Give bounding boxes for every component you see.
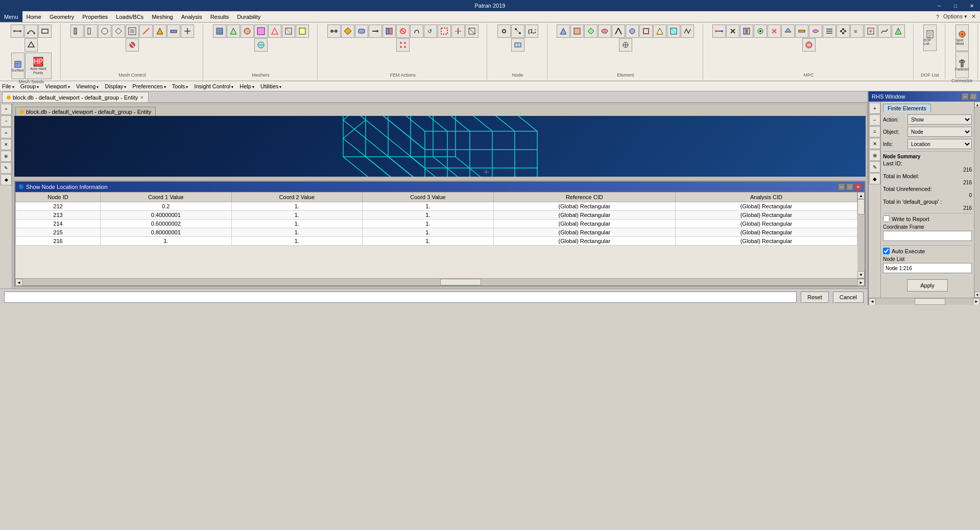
tb-mc-3[interactable] xyxy=(98,25,111,38)
tb-el-10[interactable] xyxy=(681,25,694,38)
tb-mpc-5[interactable] xyxy=(768,25,781,38)
left-strip-btn-6[interactable]: ✎ xyxy=(1,162,12,174)
minimize-button[interactable]: ─ xyxy=(931,0,947,11)
menu-item-durability[interactable]: Durability xyxy=(233,11,265,22)
rhs-apply-button[interactable]: Apply xyxy=(907,279,948,292)
left-strip-btn-4[interactable]: ✕ xyxy=(1,139,12,150)
rhs-bottom-scrollbar[interactable]: ◄ ► xyxy=(869,298,980,305)
tb-mpc-10[interactable] xyxy=(836,25,850,38)
menu-item-meshing[interactable]: Meshing xyxy=(148,11,177,22)
rhs-h-scroll-right[interactable]: ► xyxy=(973,298,980,305)
tb-mc-2[interactable] xyxy=(84,25,98,38)
tb-el-2[interactable] xyxy=(570,25,584,38)
table-row[interactable]: 215 0.80000001 1. 1. (Global) Rectangula… xyxy=(16,228,857,237)
tb-m-7[interactable] xyxy=(296,25,309,38)
tb-fe-7[interactable] xyxy=(410,25,423,38)
cancel-button[interactable]: Cancel xyxy=(833,292,864,303)
tb-m-5[interactable] xyxy=(268,25,281,38)
tb-m-3[interactable] xyxy=(241,25,254,38)
tb-fe-8[interactable]: ↺ xyxy=(424,25,437,38)
tb-mpc-15[interactable] xyxy=(802,38,816,52)
rhs-h-scroll-left[interactable]: ◄ xyxy=(869,298,876,305)
help-icon[interactable]: ? xyxy=(936,14,939,20)
sm-group[interactable]: Group xyxy=(20,83,39,89)
table-container[interactable]: Node ID Coord 1 Value Coord 2 Value Coor… xyxy=(15,192,857,278)
h-scroll-right[interactable]: ► xyxy=(857,279,865,286)
tb-m-8[interactable] xyxy=(254,38,268,52)
tb-mc-9[interactable] xyxy=(181,25,194,38)
menu-item-properties[interactable]: Properties xyxy=(78,11,112,22)
tb-el-4[interactable] xyxy=(598,25,611,38)
tb-fe-12[interactable] xyxy=(396,38,410,52)
tb-n-2[interactable] xyxy=(511,25,524,38)
tb-fe-3[interactable] xyxy=(355,25,368,38)
tb-mc-7[interactable] xyxy=(153,25,166,38)
tb-fe-4[interactable] xyxy=(369,25,382,38)
tb-el-5[interactable] xyxy=(612,25,625,38)
left-strip-btn-3[interactable]: = xyxy=(1,127,12,138)
table-v-scrollbar[interactable]: ▲ ▼ xyxy=(857,192,865,278)
menu-item-loadsbcs[interactable]: Loads/BCs xyxy=(112,11,148,22)
sm-help[interactable]: Help xyxy=(240,83,254,89)
tb-mc-6[interactable] xyxy=(139,25,153,38)
rhs-win-minimize[interactable]: ─ xyxy=(962,93,969,100)
tb-mpc-7[interactable] xyxy=(795,25,808,38)
sm-preferences[interactable]: Preferences xyxy=(132,83,165,89)
table-row[interactable]: 213 0.40000001 1. 1. (Global) Rectangula… xyxy=(16,211,857,220)
inner-tab[interactable]: block.db - default_viewport - default_gr… xyxy=(15,107,156,116)
reset-button[interactable]: Reset xyxy=(801,292,829,303)
sm-viewing[interactable]: Viewing xyxy=(76,83,99,89)
left-strip-btn-7[interactable]: ◆ xyxy=(1,174,12,185)
table-h-scrollbar[interactable]: ◄ ► xyxy=(15,278,865,285)
tb-fe-9[interactable] xyxy=(438,25,451,38)
menu-item-menu[interactable]: Menu xyxy=(0,11,22,22)
bottom-win-restore[interactable]: □ xyxy=(846,183,853,190)
tb-spot-weld[interactable]: Spot Weld xyxy=(955,25,969,51)
tb-m-2[interactable] xyxy=(227,25,240,38)
rhs-h-scroll-thumb[interactable] xyxy=(915,298,945,305)
left-strip-btn-1[interactable]: + xyxy=(1,104,12,115)
tb-el-3[interactable] xyxy=(584,25,597,38)
menu-item-home[interactable]: Home xyxy=(22,11,45,22)
v-scroll-thumb[interactable] xyxy=(857,199,865,214)
v-scroll-down[interactable]: ▼ xyxy=(857,271,865,278)
tb-mpc-1[interactable] xyxy=(712,25,726,38)
rhs-tab-finite-elements[interactable]: Finite Elements xyxy=(883,104,931,112)
sm-insight-control[interactable]: Insight Control xyxy=(194,83,233,89)
menu-item-geometry[interactable]: Geometry xyxy=(45,11,78,22)
tb-mpc-6[interactable] xyxy=(781,25,795,38)
sm-viewport[interactable]: Viewport xyxy=(45,83,70,89)
tb-mpc-11[interactable]: ≡ xyxy=(850,25,864,38)
rhs-info-select[interactable]: Location xyxy=(907,139,972,149)
tb-n-4[interactable] xyxy=(511,38,524,52)
tb-el-6[interactable] xyxy=(626,25,639,38)
options-button[interactable]: Options ▾ xyxy=(943,13,967,20)
tb-el-8[interactable] xyxy=(653,25,666,38)
rhs-win-restore[interactable]: □ xyxy=(970,93,977,100)
rhs-side-btn-1[interactable]: + xyxy=(869,103,880,114)
rhs-scroll-up[interactable]: ▲ xyxy=(974,102,980,108)
tb-mpc-3[interactable] xyxy=(740,25,753,38)
tb-mc-8[interactable] xyxy=(167,25,180,38)
tab-close-icon[interactable]: ✕ xyxy=(140,95,144,100)
command-input[interactable] xyxy=(4,292,797,303)
table-row[interactable]: 216 1. 1. 1. (Global) Rectangular (Globa… xyxy=(16,237,857,246)
3d-viewport[interactable] xyxy=(14,116,866,177)
rhs-scrollbar[interactable]: ▲ ▼ xyxy=(974,102,980,298)
close-icon[interactable]: ✕ xyxy=(971,13,976,20)
tb-fe-2[interactable] xyxy=(341,25,354,38)
tb-mc-10[interactable] xyxy=(126,38,139,52)
tb-mesh-seeds-3[interactable] xyxy=(38,25,52,38)
tb-auto-hard-points[interactable]: HP Auto Hard Points xyxy=(25,53,52,79)
tb-mpc-9[interactable] xyxy=(823,25,836,38)
maximize-button[interactable]: □ xyxy=(947,0,964,11)
tb-mpc-13[interactable] xyxy=(878,25,891,38)
tb-mpc-12[interactable] xyxy=(864,25,877,38)
rhs-scroll-down[interactable]: ▼ xyxy=(974,292,980,298)
close-button[interactable]: ✕ xyxy=(964,0,980,11)
h-scroll-left[interactable]: ◄ xyxy=(15,279,22,286)
tb-mc-5[interactable] xyxy=(126,25,139,38)
tb-mpc-4[interactable] xyxy=(754,25,767,38)
tb-mesh-seeds-4[interactable] xyxy=(25,38,38,52)
sm-utilities[interactable]: Utilities xyxy=(260,83,281,89)
